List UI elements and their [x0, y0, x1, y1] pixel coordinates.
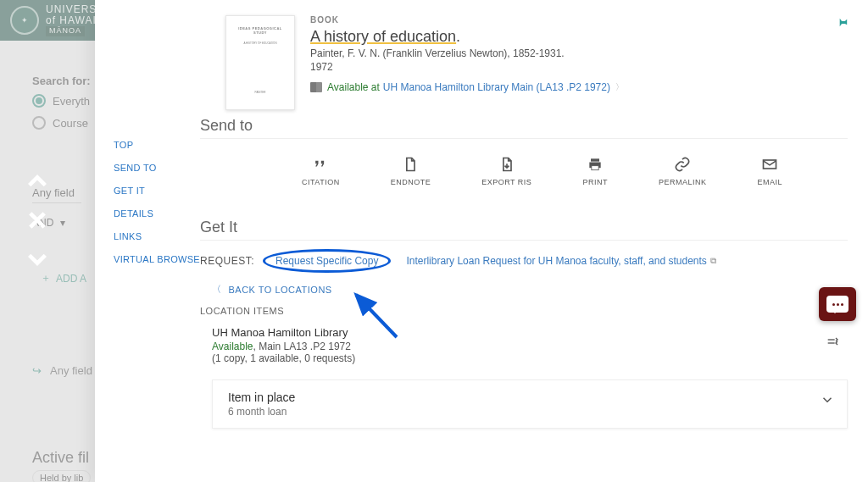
- print-button[interactable]: PRINT: [582, 156, 608, 186]
- print-label: PRINT: [582, 178, 608, 186]
- available-at-label: Available at: [327, 81, 380, 93]
- getit-heading: Get It: [200, 219, 848, 241]
- record-author[interactable]: Painter, F. V. N. (Franklin Verzelius Ne…: [310, 47, 848, 59]
- next-record-button[interactable]: [25, 247, 49, 271]
- nav-getit[interactable]: GET IT: [114, 186, 200, 196]
- nav-sendto[interactable]: SEND TO: [114, 163, 200, 173]
- available-label: Available: [212, 341, 253, 352]
- back-to-locations-link[interactable]: 〈 BACK TO LOCATIONS: [212, 283, 848, 296]
- record-nav-chevrons: [25, 169, 49, 271]
- location-items-heading: LOCATION ITEMS: [200, 306, 848, 316]
- chat-bubble-icon: [826, 296, 849, 313]
- exportris-button[interactable]: EXPORT RIS: [481, 156, 531, 186]
- item-status: Item in place: [228, 391, 816, 404]
- record-title[interactable]: A history of education.: [310, 28, 848, 46]
- sendto-actions: CITATION ENDNOTE EXPORT RIS PRINT PERMAL…: [200, 147, 848, 195]
- interlibrary-loan-link[interactable]: Interlibrary Loan Request for UH Manoa f…: [406, 255, 715, 267]
- record-main: IDEAS PEDAGOGICAL STUDY A HISTORY OF EDU…: [200, 0, 868, 482]
- close-record-button[interactable]: [25, 208, 49, 232]
- book-icon: [310, 82, 322, 92]
- record-section-nav: TOP SEND TO GET IT DETAILS LINKS VIRTUAL…: [95, 0, 200, 482]
- endnote-button[interactable]: ENDNOTE: [391, 156, 431, 186]
- holding-status: Available, Main LA13 .P2 1972: [212, 341, 848, 352]
- material-type: BOOK: [310, 15, 848, 25]
- chevron-left-icon: 〈: [212, 283, 222, 296]
- call-number: , Main LA13 .P2 1972: [253, 341, 350, 352]
- endnote-label: ENDNOTE: [391, 178, 431, 186]
- availability-location: UH Manoa Hamilton Library Main (LA13 .P2…: [383, 81, 610, 93]
- cover-thumbnail[interactable]: IDEAS PEDAGOGICAL STUDY A HISTORY OF EDU…: [225, 15, 295, 110]
- sort-icon[interactable]: [826, 335, 839, 351]
- request-specific-copy-link[interactable]: Request Specific Copy: [263, 249, 391, 273]
- request-line: REQUEST: Request Specific Copy Interlibr…: [200, 249, 848, 273]
- prev-record-button[interactable]: [25, 169, 49, 193]
- svg-rect-2: [591, 158, 599, 161]
- nav-virtual-browse[interactable]: VIRTUAL BROWSE: [114, 254, 200, 264]
- record-title-suffix: .: [456, 28, 460, 45]
- pin-icon[interactable]: [836, 15, 849, 32]
- record-metadata: BOOK A history of education. Painter, F.…: [310, 15, 848, 93]
- availability-line[interactable]: Available at UH Manoa Hamilton Library M…: [310, 81, 848, 93]
- chevron-right-icon: 〉: [615, 81, 624, 93]
- nav-links[interactable]: LINKS: [114, 231, 200, 241]
- ill-label: Interlibrary Loan Request for UH Manoa f…: [406, 255, 706, 267]
- back-label: BACK TO LOCATIONS: [229, 285, 332, 295]
- external-link-icon: ⧉: [710, 256, 716, 266]
- record-title-text: A history of education: [310, 28, 456, 45]
- email-label: EMAIL: [757, 178, 782, 186]
- exportris-label: EXPORT RIS: [481, 178, 531, 186]
- sendto-heading: Send to: [200, 117, 848, 139]
- permalink-button[interactable]: PERMALINK: [659, 156, 707, 186]
- loan-policy: 6 month loan: [228, 406, 816, 418]
- citation-label: CITATION: [302, 178, 340, 186]
- record-detail-panel: TOP SEND TO GET IT DETAILS LINKS VIRTUAL…: [95, 0, 868, 482]
- email-button[interactable]: EMAIL: [757, 156, 782, 186]
- holding-block: UH Manoa Hamilton Library Available, Mai…: [200, 323, 848, 374]
- permalink-label: PERMALINK: [659, 178, 707, 186]
- record-year: 1972: [310, 61, 848, 73]
- chevron-down-icon: [820, 392, 835, 411]
- chat-widget-button[interactable]: [819, 287, 856, 321]
- svg-rect-4: [592, 166, 598, 170]
- item-row[interactable]: Item in place 6 month loan: [212, 380, 848, 429]
- library-name: UH Manoa Hamilton Library: [212, 326, 848, 339]
- nav-details[interactable]: DETAILS: [114, 208, 200, 219]
- nav-top[interactable]: TOP: [114, 140, 200, 150]
- copies-summary: (1 copy, 1 available, 0 requests): [212, 352, 848, 364]
- citation-button[interactable]: CITATION: [302, 156, 340, 186]
- request-label: REQUEST:: [200, 255, 254, 267]
